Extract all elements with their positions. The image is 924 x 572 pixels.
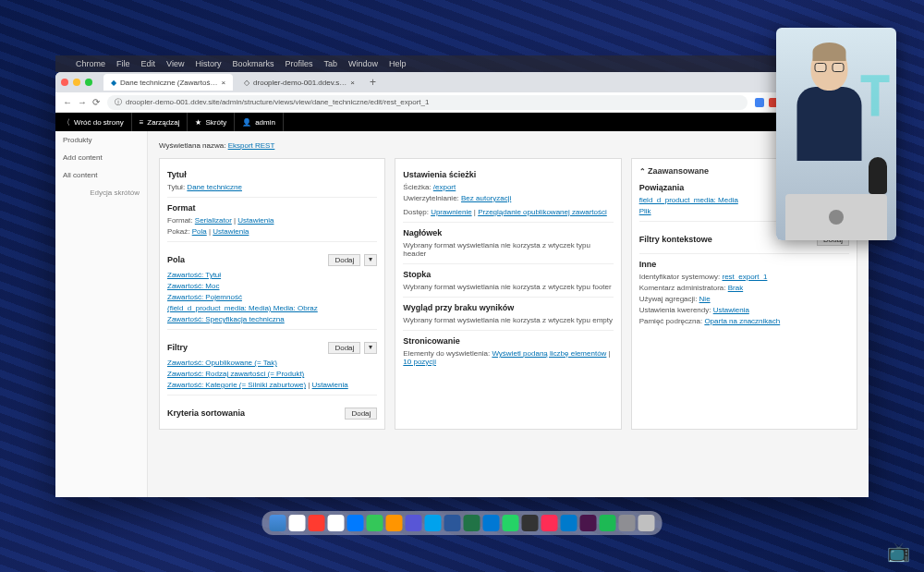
mac-menubar: Chrome File Edit View History Bookmarks … bbox=[55, 55, 869, 72]
dock-outlook-icon[interactable] bbox=[483, 515, 500, 531]
dock-firefox-icon[interactable] bbox=[386, 515, 403, 531]
shortcuts-menu[interactable]: ★ Skróty bbox=[188, 113, 235, 131]
menu-window[interactable]: Window bbox=[348, 59, 378, 68]
new-tab-button[interactable]: + bbox=[366, 76, 380, 89]
field-link[interactable]: (field_d_product_media: Media) Media: Ob… bbox=[167, 304, 318, 312]
menu-bookmarks[interactable]: Bookmarks bbox=[232, 59, 274, 68]
add-field-button[interactable]: Dodaj bbox=[328, 254, 360, 266]
browser-tab[interactable]: ◇ droopler-demo-001.ddev.s… × bbox=[237, 74, 362, 91]
dock-calendar-icon[interactable] bbox=[328, 515, 345, 531]
sidebar-item[interactable]: All content bbox=[55, 166, 147, 184]
menu-icon: ≡ bbox=[140, 118, 144, 127]
menu-edit[interactable]: Edit bbox=[141, 59, 156, 68]
stream-logo-icon: 📺 bbox=[887, 541, 910, 563]
back-icon[interactable]: ← bbox=[63, 97, 72, 107]
field-link[interactable]: Zawartość: Tytuł bbox=[167, 271, 221, 279]
section-header: Nagłówek bbox=[403, 228, 613, 237]
field-link[interactable]: Zawartość: Pojemność bbox=[167, 293, 242, 301]
menu-file[interactable]: File bbox=[116, 59, 130, 68]
add-filter-dropdown[interactable]: ▾ bbox=[364, 342, 377, 354]
drupal-toolbar: 〈 Wróć do strony ≡ Zarządzaj ★ Skróty 👤 … bbox=[55, 113, 869, 131]
back-to-site[interactable]: 〈 Wróć do strony bbox=[55, 113, 132, 131]
show-settings-link[interactable]: Ustawienia bbox=[213, 227, 249, 236]
dock-whatsapp-icon[interactable] bbox=[503, 515, 519, 531]
dock-appstore-icon[interactable] bbox=[347, 515, 364, 531]
minimize-window-button[interactable] bbox=[73, 79, 80, 86]
section-sort: Kryteria sortowania bbox=[167, 408, 245, 418]
edit-shortcuts[interactable]: Edycja skrótów bbox=[55, 184, 147, 201]
dock-app-icon[interactable] bbox=[425, 515, 442, 531]
section-contextual-filters: Filtry kontekstowe bbox=[639, 235, 712, 244]
url-bar: ← → ⟳ ⓘ droopler-demo-001.ddev.site/admi… bbox=[55, 92, 869, 113]
display-name-link[interactable]: Eksport REST bbox=[228, 141, 275, 150]
dock-app-icon[interactable] bbox=[309, 515, 325, 531]
access-link[interactable]: Uprawnienie bbox=[431, 208, 471, 216]
dock-excel-icon[interactable] bbox=[464, 515, 480, 531]
dock-settings-icon[interactable] bbox=[619, 515, 636, 531]
close-window-button[interactable] bbox=[61, 79, 68, 86]
browser-window: ◆ Dane techniczne (Zawartoś… × ◇ droople… bbox=[55, 72, 869, 497]
add-filter-button[interactable]: Dodaj bbox=[328, 342, 360, 354]
sidebar-item[interactable]: Produkty bbox=[55, 131, 147, 149]
views-ui: Wyświetlana nazwa: Eksport REST Zobacz E… bbox=[148, 131, 869, 497]
header-text: Wybrany format wyświetlania nie korzysta… bbox=[403, 241, 613, 258]
manage-menu[interactable]: ≡ Zarządzaj bbox=[132, 113, 188, 131]
menu-chrome[interactable]: Chrome bbox=[76, 59, 105, 68]
menu-profiles[interactable]: Profiles bbox=[285, 59, 312, 68]
section-format: Format bbox=[167, 203, 377, 213]
filter-settings-link[interactable]: Ustawienia bbox=[312, 381, 348, 389]
pager-link[interactable]: Wyświetl podaną liczbę elementów bbox=[492, 349, 606, 358]
star-icon: ★ bbox=[195, 118, 201, 127]
format-link[interactable]: Serializator bbox=[195, 216, 232, 225]
menu-tab[interactable]: Tab bbox=[323, 59, 337, 68]
machine-name-link[interactable]: rest_export_1 bbox=[722, 273, 767, 281]
field-link[interactable]: Zawartość: Specyfikacja techniczna bbox=[167, 315, 285, 323]
auth-link[interactable]: Bez autoryzacji bbox=[461, 194, 511, 202]
pager-count-link[interactable]: 10 pozycji bbox=[403, 358, 436, 366]
sidebar-item[interactable]: Add content bbox=[55, 149, 147, 166]
ext-icon[interactable] bbox=[755, 98, 764, 107]
close-tab-icon[interactable]: × bbox=[221, 79, 225, 87]
chevron-left-icon: 〈 bbox=[63, 117, 70, 128]
relationship-link[interactable]: Plik bbox=[639, 207, 651, 215]
relationship-link[interactable]: field_d_product_media: Media bbox=[639, 196, 738, 204]
path-link[interactable]: /export bbox=[433, 183, 456, 191]
dock-app-icon[interactable] bbox=[541, 515, 558, 531]
show-link[interactable]: Pola bbox=[192, 227, 207, 236]
dock-trash-icon[interactable] bbox=[638, 515, 655, 531]
menu-history[interactable]: History bbox=[195, 59, 221, 68]
format-settings-link[interactable]: Ustawienia bbox=[237, 216, 274, 225]
add-sort-button[interactable]: Dodaj bbox=[345, 408, 377, 420]
filter-link[interactable]: Zawartość: Rodzaj zawartości (= Produkt) bbox=[167, 370, 304, 378]
dock-slack-icon[interactable] bbox=[580, 515, 597, 531]
site-info-icon[interactable]: ⓘ bbox=[115, 97, 122, 107]
maximize-window-button[interactable] bbox=[85, 79, 92, 86]
address-input[interactable]: ⓘ droopler-demo-001.ddev.site/admin/stru… bbox=[107, 95, 748, 110]
dock-app-icon[interactable] bbox=[289, 515, 306, 531]
dock-app-icon[interactable] bbox=[406, 515, 422, 531]
close-tab-icon[interactable]: × bbox=[350, 79, 355, 87]
reload-icon[interactable]: ⟳ bbox=[92, 97, 100, 107]
title-link[interactable]: Dane techniczne bbox=[187, 183, 242, 191]
access-settings-link[interactable]: Przeglądanie opublikowanej zawartości bbox=[478, 208, 607, 216]
dock-spotify-icon[interactable] bbox=[600, 515, 616, 531]
user-menu[interactable]: 👤 admin bbox=[235, 113, 284, 131]
dock-finder-icon[interactable] bbox=[270, 515, 286, 531]
dock-word-icon[interactable] bbox=[444, 515, 461, 531]
menu-help[interactable]: Help bbox=[389, 59, 407, 68]
filter-link[interactable]: Zawartość: Kategorie (= Silniki zaburtow… bbox=[167, 381, 306, 389]
forward-icon[interactable]: → bbox=[78, 97, 87, 107]
section-other: Inne bbox=[639, 260, 849, 269]
cache-link[interactable]: Oparta na znacznikach bbox=[704, 317, 780, 325]
dock-app-icon[interactable] bbox=[522, 515, 539, 531]
aggregation-link[interactable]: Nie bbox=[699, 295, 711, 303]
browser-tab-active[interactable]: ◆ Dane techniczne (Zawartoś… × bbox=[103, 74, 233, 91]
dock-app-icon[interactable] bbox=[367, 515, 383, 531]
field-link[interactable]: Zawartość: Moc bbox=[167, 282, 219, 290]
admin-comment-link[interactable]: Brak bbox=[728, 284, 743, 292]
dock-vscode-icon[interactable] bbox=[561, 515, 578, 531]
filter-link[interactable]: Zawartość: Opublikowane (= Tak) bbox=[167, 359, 277, 367]
query-settings-link[interactable]: Ustawienia bbox=[713, 306, 749, 314]
add-field-dropdown[interactable]: ▾ bbox=[364, 254, 377, 266]
menu-view[interactable]: View bbox=[166, 59, 184, 68]
